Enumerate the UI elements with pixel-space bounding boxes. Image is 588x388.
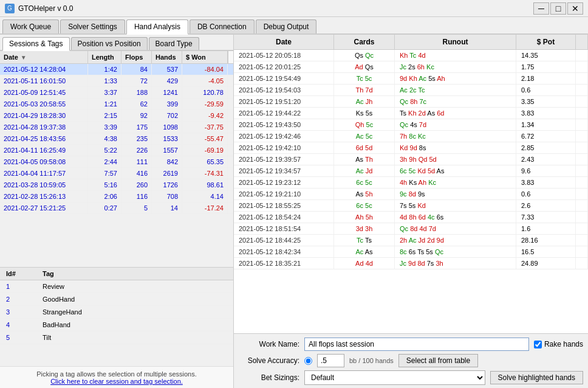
- header-tag-id: Id#: [0, 268, 36, 280]
- hands-table-body[interactable]: 2021-05-12 20:05:18 Qs Qc Kh Tc 4d 14.35…: [234, 50, 588, 333]
- tab-board-type[interactable]: Board Type: [149, 37, 199, 50]
- tab-sessions-tags[interactable]: Sessions & Tags: [2, 37, 70, 51]
- hand-date: 2021-05-12 18:55:25: [234, 200, 334, 211]
- table-row[interactable]: 2021-04-05 09:58:08 2:44 111 842 65.35: [0, 156, 233, 168]
- cell-scroll: [228, 99, 233, 109]
- table-row[interactable]: 2021-05-12 18:42:34 Ac As 8c 6s Ts 5s Qc…: [234, 246, 588, 258]
- maximize-button[interactable]: □: [550, 2, 566, 15]
- hand-scroll: [576, 131, 588, 142]
- table-row[interactable]: 2021-05-11 16:01:50 1:33 72 429 -4.05: [0, 75, 233, 87]
- tab-debug-output[interactable]: Debug Output: [256, 19, 317, 33]
- work-name-input[interactable]: [304, 338, 529, 351]
- list-item[interactable]: 1 Review: [0, 280, 233, 293]
- table-row[interactable]: 2021-05-12 19:21:10 As 5h 9c 8d 9s 0.6: [234, 189, 588, 200]
- select-all-button[interactable]: Select all from table: [398, 354, 478, 367]
- accuracy-input[interactable]: [317, 354, 344, 367]
- table-row[interactable]: 2021-05-12 18:54:24 Ah 5h 4d 8h 6d 4c 6s…: [234, 212, 588, 223]
- hand-date: 2021-05-12 19:51:20: [234, 96, 334, 107]
- table-row[interactable]: 2021-02-28 15:26:13 2:06 116 708 4.14: [0, 191, 233, 203]
- hand-pot: 3.83: [516, 177, 576, 188]
- table-row[interactable]: 2021-03-28 10:59:05 5:16 260 1726 98.61: [0, 179, 233, 191]
- table-row[interactable]: 2021-05-12 18:44:25 Tc Ts 2h Ac Jd 2d 9d…: [234, 235, 588, 246]
- table-row[interactable]: 2021-05-12 19:43:50 Qh 5c Qc 4s 7d 1.34: [234, 119, 588, 131]
- hand-date: 2021-05-12 19:34:57: [234, 165, 334, 176]
- cell-won: -9.42: [182, 110, 228, 121]
- cell-scroll: [228, 156, 233, 167]
- table-row[interactable]: 2021-05-12 19:54:03 Th 7d Ac 2c Tc 0.6: [234, 85, 588, 96]
- tab-db-connection[interactable]: DB Connection: [190, 19, 255, 33]
- table-row[interactable]: 2021-04-25 18:43:56 4:38 235 1533 -55.47: [0, 133, 233, 145]
- hand-runout: Ac 2c Tc: [395, 85, 516, 95]
- table-row[interactable]: 2021-05-12 20:01:25 Ad Qs Jc 2s 6h Kc 1.…: [234, 61, 588, 73]
- table-row[interactable]: 2021-05-12 20:05:18 Qs Qc Kh Tc 4d 14.35: [234, 50, 588, 61]
- accuracy-radio-label[interactable]: [304, 357, 312, 365]
- table-row[interactable]: 2021-04-29 18:28:30 2:15 92 702 -9.42: [0, 110, 233, 122]
- cell-won: -37.75: [182, 122, 228, 133]
- tab-hand-analysis[interactable]: Hand Analysis: [126, 19, 188, 35]
- table-row[interactable]: 2021-05-12 19:54:49 Tc 5c 9d Kh Ac 5s Ah…: [234, 73, 588, 85]
- tag-id: 1: [0, 280, 36, 293]
- header-won: $ Won: [182, 51, 228, 63]
- table-row[interactable]: 2021-02-27 15:21:25 0:27 5 14 -17.24: [0, 203, 233, 214]
- table-row[interactable]: 2021-05-12 14:28:04 1:42 84 537 -84.04: [0, 64, 233, 75]
- cell-scroll: [228, 168, 233, 179]
- clear-selection-link[interactable]: Click here to clear session and tag sele…: [50, 378, 183, 385]
- sessions-table-body[interactable]: 2021-05-12 14:28:04 1:42 84 537 -84.04 2…: [0, 64, 233, 267]
- list-item[interactable]: 3 StrangeHand: [0, 306, 233, 319]
- hand-runout: 8c 6s Ts 5s Qc: [395, 246, 516, 257]
- table-row[interactable]: 2021-04-28 19:37:38 3:39 175 1098 -37.75: [0, 122, 233, 133]
- tab-position-vs-position[interactable]: Position vs Position: [71, 37, 148, 50]
- table-row[interactable]: 2021-05-12 19:34:57 Ac Jd 6c 5c Kd 5d As…: [234, 165, 588, 177]
- table-row[interactable]: 2021-05-12 19:42:46 Ac 5c 7h 8c Kc 6.72: [234, 131, 588, 142]
- table-row[interactable]: 2021-05-03 20:58:55 1:21 62 399 -29.59: [0, 99, 233, 110]
- solve-highlighted-button[interactable]: Solve highlighted hands: [490, 371, 583, 384]
- close-button[interactable]: ✕: [567, 2, 583, 15]
- solve-accuracy-row: Solve Accuracy: bb / 100 hands Select al…: [239, 354, 583, 367]
- table-row[interactable]: 2021-05-09 12:51:45 3:37 188 1241 120.78: [0, 87, 233, 99]
- cell-flops: 260: [121, 179, 152, 190]
- tag-name: GoodHand: [36, 293, 233, 305]
- table-row[interactable]: 2021-05-12 19:51:20 Ac Jh Qc 8h 7c 3.35: [234, 96, 588, 108]
- table-row[interactable]: 2021-05-12 18:55:25 6c 5c 7s 5s Kd 2.6: [234, 200, 588, 212]
- main-tab-bar: Work Queue Solver Settings Hand Analysis…: [0, 17, 588, 35]
- cell-won: -74.31: [182, 168, 228, 179]
- cell-length: 0:27: [88, 203, 121, 213]
- tags-table-body[interactable]: 1 Review 2 GoodHand 3 StrangeHand 4 BadH…: [0, 280, 233, 366]
- hand-scroll: [576, 142, 588, 153]
- cell-scroll: [228, 87, 233, 98]
- hand-cards: 6c 5c: [334, 200, 395, 211]
- hand-date: 2021-05-12 19:54:03: [234, 85, 334, 95]
- header-hand-cards: Cards: [334, 35, 395, 49]
- table-row[interactable]: 2021-05-12 18:35:21 Ad 4d Jc 9d 8d 7s 3h…: [234, 258, 588, 269]
- hand-date: 2021-05-12 19:23:12: [234, 177, 334, 188]
- accuracy-radio[interactable]: [304, 357, 312, 365]
- table-row[interactable]: 2021-05-12 19:42:10 6d 5d Kd 9d 8s 2.85: [234, 142, 588, 154]
- list-item[interactable]: 2 GoodHand: [0, 293, 233, 306]
- table-row[interactable]: 2021-05-12 18:51:54 3d 3h Qc 8d 4d 7d 1.…: [234, 223, 588, 235]
- list-item[interactable]: 5 Tilt: [0, 331, 233, 344]
- table-row[interactable]: 2021-05-12 19:39:57 As Th 3h 9h Qd 5d 2.…: [234, 154, 588, 165]
- tab-work-queue[interactable]: Work Queue: [2, 19, 59, 33]
- cell-flops: 84: [121, 64, 152, 75]
- cell-hands: 842: [152, 156, 182, 167]
- table-row[interactable]: 2021-04-04 11:17:57 7:57 416 2619 -74.31: [0, 168, 233, 179]
- header-hand-runout: Runout: [395, 35, 516, 49]
- hand-scroll: [576, 50, 588, 61]
- bet-sizings-select[interactable]: Default: [304, 370, 485, 385]
- minimize-button[interactable]: ─: [533, 2, 549, 15]
- tab-solver-settings[interactable]: Solver Settings: [60, 19, 125, 33]
- table-row[interactable]: 2021-04-11 16:25:49 5:22 226 1557 -69.19: [0, 145, 233, 156]
- rake-hands-checkbox[interactable]: [534, 341, 542, 348]
- hand-runout: 9c 8d 9s: [395, 189, 516, 199]
- cell-length: 3:37: [88, 87, 121, 98]
- table-row[interactable]: 2021-05-12 19:23:12 6c 5c 4h Ks Ah Kc 3.…: [234, 177, 588, 189]
- hand-runout: Kh Tc 4d: [395, 50, 516, 61]
- cell-scroll: [228, 122, 233, 133]
- rake-hands-checkbox-label[interactable]: Rake hands: [534, 340, 583, 348]
- tag-name: Review: [36, 280, 233, 293]
- table-row[interactable]: 2021-05-12 19:44:22 Ks 5s Ts Kh 2d As 6d…: [234, 108, 588, 119]
- hand-scroll: [576, 223, 588, 234]
- title-bar: G GTOHelper v 0.0 ─ □ ✕: [0, 0, 588, 17]
- list-item[interactable]: 4 BadHand: [0, 319, 233, 331]
- tags-table-header: Id# Tag: [0, 268, 233, 280]
